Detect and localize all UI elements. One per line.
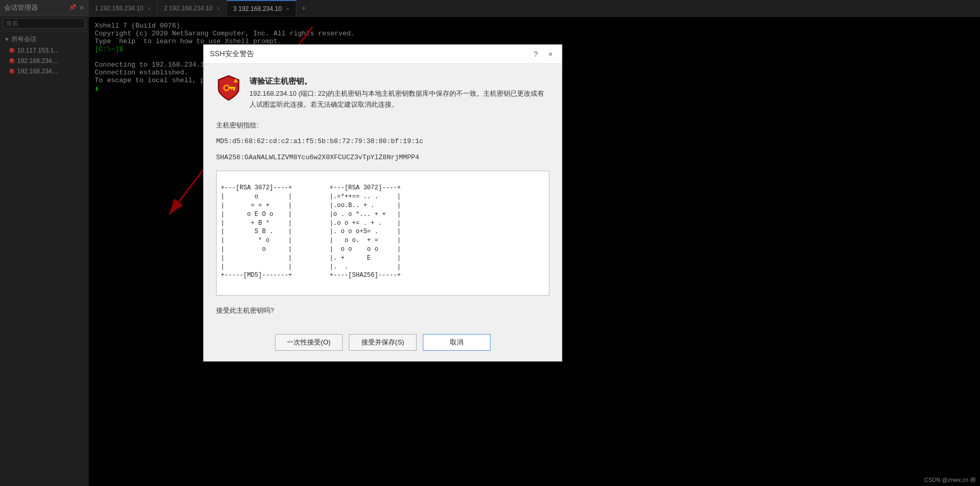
dialog-titlebar-icons: ? × (531, 49, 556, 59)
svg-rect-3 (229, 87, 235, 88)
ssh-security-dialog: SSH安全警告 ? × ! (203, 44, 562, 362)
dialog-header-text: 请验证主机密钥。 192.168.234.10 (端口: 22)的主机密钥与本地… (249, 74, 549, 110)
watermark: CSDN @znwx.cn 师 (924, 476, 976, 484)
dialog-body: ! 请验证主机密钥。 192.168.234.10 (端口: 22)的主机密钥与… (204, 64, 562, 326)
dialog-close-button[interactable]: × (545, 49, 556, 59)
ascii-art-box[interactable]: +---[RSA 3072]----+ +---[RSA 3072]----+ … (216, 171, 549, 296)
sha256-fingerprint: SHA256:GAaNALWLIZVM8Ycu6w2X0XFCUCZ3vTpYl… (216, 152, 549, 162)
dialog-description: 192.168.234.10 (端口: 22)的主机密钥与本地主机密钥数据库中保… (249, 88, 549, 110)
accept-save-button[interactable]: 接受并保存(S) (349, 334, 417, 351)
dialog-main-title: 请验证主机密钥。 (249, 74, 549, 86)
fingerprint-label: 主机密钥指纹: (216, 121, 549, 130)
md5-fingerprint: MD5:d5:68:62:cd:c2:a1:f5:5b:b8:72:79:38:… (216, 136, 549, 146)
accept-question: 接受此主机密钥吗? (216, 306, 549, 315)
svg-rect-5 (231, 88, 232, 90)
dialog-titlebar: SSH安全警告 ? × (204, 45, 562, 64)
accept-once-button[interactable]: 一次性接受(O) (275, 334, 343, 351)
svg-rect-4 (233, 88, 235, 91)
dialog-header-row: ! 请验证主机密钥。 192.168.234.10 (端口: 22)的主机密钥与… (216, 74, 549, 110)
dialog-help-button[interactable]: ? (531, 49, 541, 59)
dialog-buttons: 一次性接受(O) 接受并保存(S) 取消 (204, 326, 562, 361)
dialog-title: SSH安全警告 (210, 49, 254, 59)
dialog-warning-icon: ! (216, 74, 241, 99)
cancel-button[interactable]: 取消 (423, 334, 491, 351)
